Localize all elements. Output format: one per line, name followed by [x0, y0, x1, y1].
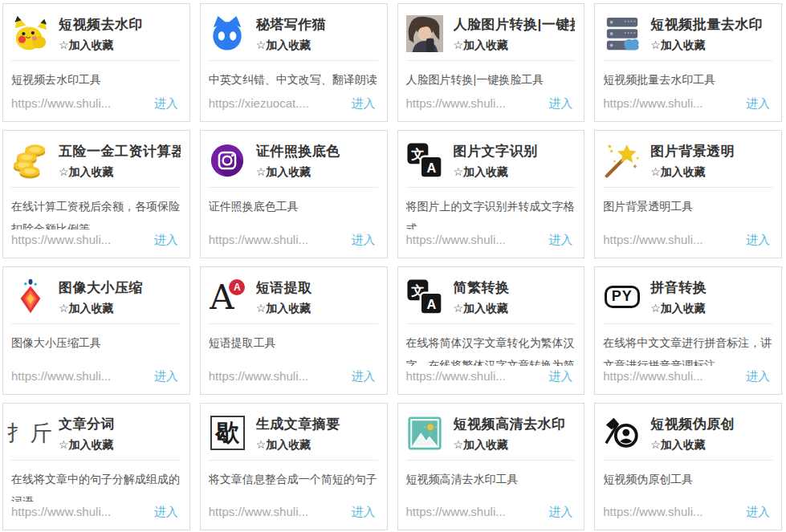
enter-link[interactable]: 进入	[352, 96, 378, 112]
favorite-button[interactable]: ☆加入收藏	[59, 39, 143, 53]
letter-a-badge-icon: A A	[209, 278, 246, 315]
card-header-text: 图片背景透明 ☆加入收藏	[650, 141, 735, 180]
tool-card: 文 A 图片文字识别 ☆加入收藏 将图片上的文字识别并转成文字格式 https:…	[397, 130, 585, 258]
favorite-button[interactable]: ☆加入收藏	[59, 302, 143, 316]
tool-url: https://www.shuli...	[406, 233, 506, 246]
tool-card: 图像大小压缩 ☆加入收藏 图像大小压缩工具 https://www.shuli.…	[2, 266, 190, 395]
enter-link[interactable]: 进入	[548, 96, 575, 112]
favorite-button[interactable]: ☆加入收藏	[256, 438, 340, 453]
card-header: 文 A 图片文字识别 ☆加入收藏	[406, 141, 576, 180]
favorite-button[interactable]: ☆加入收藏	[256, 165, 340, 180]
tool-icon-box	[11, 278, 49, 315]
enter-link[interactable]: 进入	[154, 369, 181, 384]
card-header-text: 短视频去水印 ☆加入收藏	[59, 14, 143, 53]
card-divider	[406, 323, 576, 324]
enter-link[interactable]: 进入	[548, 505, 575, 520]
card-header: 图片背景透明 ☆加入收藏	[603, 141, 772, 180]
pikachu-icon	[12, 15, 49, 52]
card-header-text: 短视频高清去水印 ☆加入收藏	[454, 414, 566, 453]
tool-title: 图片文字识别	[454, 142, 538, 160]
favorite-button[interactable]: ☆加入收藏	[650, 165, 735, 180]
favorite-button[interactable]: ☆加入收藏	[59, 438, 115, 453]
favorite-button[interactable]: ☆加入收藏	[256, 39, 327, 53]
tool-description: 中英文纠错、中文改写、翻译朗读	[209, 68, 378, 93]
card-footer: https://www.shuli... 进入	[406, 369, 576, 384]
card-footer: https://www.shuli... 进入	[11, 233, 181, 248]
enter-link[interactable]: 进入	[352, 233, 378, 248]
card-divider	[603, 60, 772, 61]
enter-link[interactable]: 进入	[154, 96, 181, 112]
tool-title: 图像大小压缩	[59, 278, 143, 297]
enter-link[interactable]: 进入	[548, 233, 575, 248]
tool-icon-box: 文 A	[406, 141, 444, 179]
favorite-button[interactable]: ☆加入收藏	[650, 39, 763, 53]
enter-link[interactable]: 进入	[154, 233, 181, 248]
enter-link[interactable]: 进入	[154, 505, 181, 520]
tool-title: 证件照换底色	[256, 142, 340, 160]
favorite-button[interactable]: ☆加入收藏	[454, 302, 510, 316]
tool-description: 在线将文章中的句子分解成组成的词语	[11, 468, 181, 502]
tool-url: https://www.shuli...	[11, 369, 111, 383]
camera-badge-icon	[209, 142, 246, 179]
favorite-button[interactable]: ☆加入收藏	[650, 438, 735, 453]
tool-card: 文 A 简繁转换 ☆加入收藏 在线将简体汉字文章转化为繁体汉字，在线将繁体汉字文…	[397, 266, 585, 395]
split-character-icon: 扌斤	[7, 415, 54, 452]
tool-icon-box	[11, 141, 49, 179]
enter-link[interactable]: 进入	[352, 369, 378, 384]
tool-url: https://www.shuli...	[406, 369, 506, 383]
favorite-button[interactable]: ☆加入收藏	[650, 302, 707, 316]
tool-title: 短视频伪原创	[650, 415, 735, 433]
tool-url: https://www.shuli...	[406, 505, 506, 518]
card-header-text: 图像大小压缩 ☆加入收藏	[59, 278, 143, 316]
card-divider	[603, 187, 772, 188]
tool-description: 人脸图片转换|一键换脸工具	[406, 68, 576, 93]
card-divider	[209, 323, 378, 324]
tool-icon-box	[209, 14, 246, 52]
tool-url: https://www.shuli...	[11, 233, 111, 246]
tool-card: 图片背景透明 ☆加入收藏 图片背景透明工具 https://www.shuli.…	[594, 130, 782, 258]
tool-description: 将文章信息整合成一个简短的句子	[209, 468, 378, 502]
enter-link[interactable]: 进入	[548, 369, 575, 384]
letter-a-badge-glyph: A	[229, 279, 245, 295]
tool-card: 短视频批量去水印 ☆加入收藏 短视频批量去水印工具 https://www.sh…	[594, 3, 782, 122]
tool-icon-box	[406, 414, 444, 452]
tool-icon-box	[603, 414, 641, 452]
gold-coins-icon	[12, 142, 49, 179]
summary-character-glyph: 歇	[215, 416, 239, 449]
tool-description: 图片背景透明工具	[603, 195, 772, 229]
card-divider	[11, 60, 181, 61]
enter-link[interactable]: 进入	[746, 505, 772, 520]
card-header: 短视频批量去水印 ☆加入收藏	[603, 14, 772, 53]
card-footer: https://www.shuli... 进入	[209, 369, 378, 384]
tool-url: https://xiezuocat....	[209, 96, 309, 110]
enter-link[interactable]: 进入	[746, 233, 772, 248]
card-header: 秘塔写作猫 ☆加入收藏	[209, 14, 378, 53]
favorite-button[interactable]: ☆加入收藏	[454, 39, 576, 53]
cat-icon	[209, 15, 246, 52]
tool-description: 在线计算工资税后余额，各项保险扣除金额比例等	[11, 195, 181, 229]
enter-link[interactable]: 进入	[746, 369, 772, 384]
server-stack-icon	[604, 15, 641, 52]
card-footer: https://www.shuli... 进入	[603, 96, 772, 112]
tool-description: 将图片上的文字识别并转成文字格式	[406, 195, 576, 229]
tool-icon-box	[406, 14, 444, 52]
favorite-button[interactable]: ☆加入收藏	[454, 438, 566, 453]
tool-description: 在线将简体汉字文章转化为繁体汉字，在线将繁体汉字文章转换为简体	[406, 331, 576, 366]
favorite-button[interactable]: ☆加入收藏	[454, 165, 538, 180]
card-header-text: 短视频伪原创 ☆加入收藏	[650, 414, 735, 453]
tool-title: 图片背景透明	[650, 142, 735, 160]
magic-wand-icon	[604, 142, 641, 179]
favorite-button[interactable]: ☆加入收藏	[59, 165, 181, 180]
card-header-text: 证件照换底色 ☆加入收藏	[256, 141, 340, 180]
tool-title: 拼音转换	[650, 278, 707, 297]
tool-card: 五险一金工资计算器 ☆加入收藏 在线计算工资税后余额，各项保险扣除金额比例等 h…	[2, 130, 190, 258]
tool-title: 简繁转换	[454, 278, 510, 297]
card-header: 五险一金工资计算器 ☆加入收藏	[11, 141, 181, 180]
favorite-button[interactable]: ☆加入收藏	[256, 302, 312, 316]
tools-grid: 短视频去水印 ☆加入收藏 短视频去水印工具 https://www.shuli.…	[0, 0, 786, 532]
card-header: PY 拼音转换 ☆加入收藏	[603, 278, 772, 316]
enter-link[interactable]: 进入	[746, 96, 772, 112]
tool-card: 扌斤 文章分词 ☆加入收藏 在线将文章中的句子分解成组成的词语 https://…	[2, 403, 190, 530]
enter-link[interactable]: 进入	[352, 505, 378, 520]
tool-card: A A 短语提取 ☆加入收藏 短语提取工具 https://www.shuli.…	[200, 266, 388, 395]
